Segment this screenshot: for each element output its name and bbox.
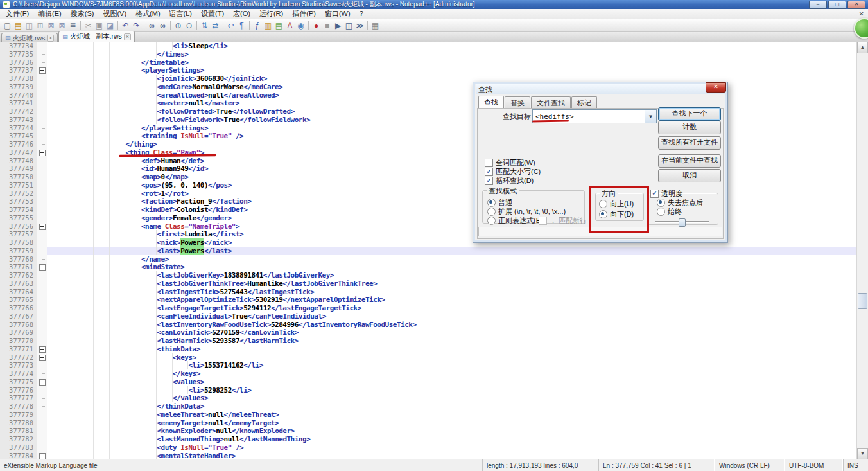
save-all-icon[interactable]: ⊞: [35, 21, 46, 31]
checkbox-透明度[interactable]: ✔透明度: [650, 189, 682, 199]
fold-collapse-icon[interactable]: [39, 355, 46, 361]
radio-icon[interactable]: [487, 208, 496, 216]
radio-正则表达式(E)[interactable]: 正则表达式(E): [487, 216, 543, 226]
radio-普通[interactable]: 普通: [487, 198, 512, 208]
menu-item-2[interactable]: 搜索(S): [66, 9, 99, 19]
radio-icon[interactable]: [657, 208, 665, 216]
checkbox-． 匹配新行[interactable]: ． 匹配新行: [539, 216, 587, 226]
code-text[interactable]: <name Class="NameTriple">: [47, 222, 856, 231]
code-text[interactable]: <kindDef>Colonist</kindDef>: [47, 206, 856, 214]
preferences-icon[interactable]: ▦: [370, 21, 381, 31]
dialog-button-0[interactable]: 查找下一个: [658, 107, 721, 121]
fold-collapse-icon[interactable]: [39, 379, 46, 386]
code-text[interactable]: <lastHarmTick>5293587</lastHarmTick>: [47, 337, 856, 345]
menu-item-0[interactable]: 文件(F): [1, 9, 33, 19]
fold-collapse-icon[interactable]: [39, 67, 46, 74]
code-text[interactable]: <duty IsNull="True" />: [47, 443, 856, 452]
checkbox-icon[interactable]: ✔: [650, 190, 659, 198]
radio-icon[interactable]: [657, 199, 665, 207]
close-all-icon[interactable]: ⊠: [56, 21, 67, 31]
status-eol-format[interactable]: Windows (CR LF): [715, 459, 785, 471]
fold-collapse-icon[interactable]: [39, 264, 46, 271]
code-text[interactable]: </times>: [47, 50, 856, 58]
code-text[interactable]: <mindState>: [47, 263, 856, 271]
macro-run-multi-icon[interactable]: ≫: [354, 21, 365, 31]
sync-horizontal-icon[interactable]: ⇄: [210, 21, 221, 31]
code-text[interactable]: <last>Powers</last>: [47, 247, 856, 255]
code-text[interactable]: </thing>: [47, 140, 856, 148]
show-all-characters-icon[interactable]: ¶: [236, 21, 247, 31]
print-icon[interactable]: ≣: [67, 21, 78, 31]
code-text[interactable]: <keys>: [47, 353, 856, 362]
code-text[interactable]: <li>5298252</li>: [47, 386, 856, 395]
menu-item-10[interactable]: 窗口(W): [320, 9, 355, 19]
document-map-icon[interactable]: ▥: [263, 21, 273, 31]
code-text[interactable]: <lastIngestTick>5275443</lastIngestTick>: [47, 288, 856, 296]
fold-margin[interactable]: [37, 353, 47, 362]
fold-collapse-icon[interactable]: [39, 453, 46, 459]
checkbox-icon[interactable]: ✔: [485, 168, 493, 176]
code-text[interactable]: <followFieldwork>True</followFieldwork>: [47, 116, 856, 124]
dialog-button-2[interactable]: 查找所有打开文件: [658, 136, 721, 150]
find-dialog-titlebar[interactable]: 查找: [476, 84, 725, 94]
sync-vertical-icon[interactable]: ⇅: [199, 21, 210, 31]
maximize-button[interactable]: ▢: [828, 1, 846, 9]
code-text[interactable]: <li>Sleep</li>: [47, 42, 856, 50]
macro-record-icon[interactable]: ●: [311, 21, 322, 31]
code-text[interactable]: <values>: [47, 378, 856, 386]
fold-margin[interactable]: [37, 263, 47, 271]
new-file-icon[interactable]: ▢: [2, 21, 13, 31]
code-text[interactable]: <nick>Powers</nick>: [47, 238, 856, 247]
macro-stop-icon[interactable]: ■: [322, 21, 333, 31]
open-file-icon[interactable]: ▤: [13, 21, 24, 31]
transparency-slider[interactable]: [655, 218, 709, 225]
document-close-icon[interactable]: ✕: [859, 10, 864, 17]
code-text[interactable]: <master>null</master>: [47, 99, 856, 107]
code-text[interactable]: <thinkData>: [47, 345, 856, 353]
menu-item-1[interactable]: 编辑(E): [33, 9, 66, 19]
radio-失去焦点后[interactable]: 失去焦点后: [657, 198, 703, 208]
macro-play-icon[interactable]: ▶: [333, 21, 343, 31]
vertical-scrollbar[interactable]: ▲ ▼: [856, 42, 868, 459]
scroll-down-arrow-icon[interactable]: ▼: [857, 448, 868, 459]
code-text[interactable]: <def>Human</def>: [47, 157, 856, 165]
code-text[interactable]: <joinTick>3606830</joinTick>: [47, 75, 856, 83]
find-target-combobox[interactable]: <hediffs> ▼: [532, 109, 657, 123]
code-text[interactable]: <followDrafted>True</followDrafted>: [47, 107, 856, 116]
tab-close-icon[interactable]: ×: [47, 35, 54, 42]
fold-all-icon[interactable]: A: [284, 21, 295, 31]
status-encoding[interactable]: UTF-8-BOM: [785, 459, 843, 471]
radio-扩展 (\n, \r, \t, \0, \x...)[interactable]: 扩展 (\n, \r, \t, \0, \x...): [487, 207, 566, 217]
dialog-button-4[interactable]: 取消: [658, 169, 721, 182]
code-text[interactable]: <id>Human949</id>: [47, 164, 856, 173]
radio-向下(D)[interactable]: 向下(D): [599, 209, 634, 219]
code-text[interactable]: <lastInventoryRawFoodUseTick>5284996</la…: [47, 321, 856, 329]
close-button[interactable]: ✕: [847, 1, 865, 9]
replace-icon[interactable]: ∞: [157, 21, 168, 31]
scrollbar-thumb[interactable]: [858, 293, 867, 309]
paste-icon[interactable]: ◪: [105, 21, 116, 31]
code-text[interactable]: <enemyTarget>null</enemyTarget>: [47, 419, 856, 427]
code-text[interactable]: <nextApparelOptimizeTick>5302919</nextAp…: [47, 296, 856, 304]
code-text[interactable]: <knownExploder>null</knownExploder>: [47, 427, 856, 435]
radio-icon[interactable]: [599, 210, 607, 218]
radio-向上(U)[interactable]: 向上(U): [599, 199, 634, 209]
menu-item-6[interactable]: 设置(T): [196, 9, 229, 19]
code-text[interactable]: <first>Ludmila</first>: [47, 230, 856, 238]
dialog-button-1[interactable]: 计数: [658, 121, 721, 134]
fold-collapse-icon[interactable]: [39, 346, 46, 353]
code-text[interactable]: </thinkData>: [47, 402, 856, 411]
slider-thumb[interactable]: [679, 218, 686, 227]
copy-icon[interactable]: ▣: [94, 21, 105, 31]
code-text[interactable]: <map>0</map>: [47, 173, 856, 181]
code-text[interactable]: </playerSettings>: [47, 124, 856, 132]
menu-item-5[interactable]: 语言(L): [165, 9, 196, 19]
code-text[interactable]: <playerSettings>: [47, 66, 856, 75]
dialog-button-3[interactable]: 在当前文件中查找: [658, 154, 721, 168]
menu-item-3[interactable]: 视图(V): [98, 9, 131, 19]
code-text[interactable]: </keys>: [47, 369, 856, 378]
code-text[interactable]: <medCare>NormalOrWorse</medCare>: [47, 83, 856, 91]
code-text[interactable]: <training IsNull="True" />: [47, 132, 856, 140]
menu-item-help[interactable]: ?: [355, 9, 368, 19]
file-monitor-icon[interactable]: ◉: [295, 21, 306, 31]
